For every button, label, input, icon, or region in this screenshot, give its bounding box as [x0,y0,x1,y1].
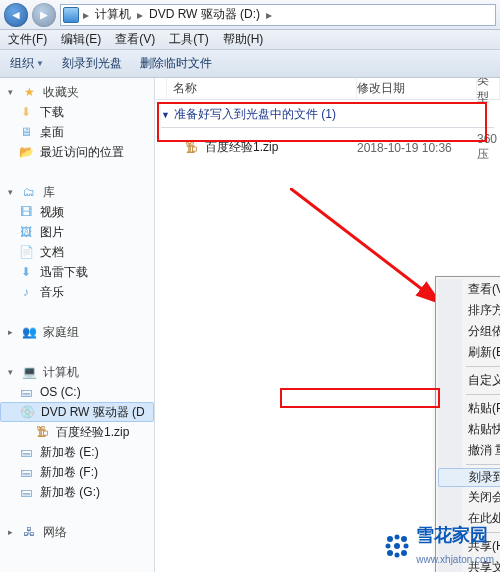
ctx-customize[interactable]: 自定义文件夹(F)... [438,370,500,391]
sidebar-item-label: 最近访问的位置 [40,144,124,161]
network-icon: 🖧 [21,524,37,540]
drive-icon: 🖴 [18,384,34,400]
svg-point-6 [395,534,400,539]
ctx-refresh[interactable]: 刷新(E) [438,342,500,363]
column-headers[interactable]: 名称 修改日期 类型 [155,78,500,100]
sidebar-favorites-header[interactable]: ▾ ★ 收藏夹 [0,82,154,102]
navigation-pane[interactable]: ▾ ★ 收藏夹 ⬇ 下载 🖥 桌面 📂 最近访问的位置 ▾ 🗂 库 [0,78,155,572]
document-icon: 📄 [18,244,34,260]
drive-icon [63,7,79,23]
sidebar-item-documents[interactable]: 📄 文档 [0,242,154,262]
picture-icon: 🖼 [18,224,34,240]
homegroup-icon: 👥 [21,324,37,340]
recent-icon: 📂 [18,144,34,160]
sidebar-item-label: DVD RW 驱动器 (D [41,404,145,421]
expand-icon[interactable]: ▸ [6,527,15,537]
disc-icon: 💿 [19,404,35,420]
menu-view[interactable]: 查看(V) [115,31,155,48]
burn-to-disc-button[interactable]: 刻录到光盘 [62,55,122,72]
sidebar-item-xunlei[interactable]: ⬇ 迅雷下载 [0,262,154,282]
ctx-close-session[interactable]: 关闭会话(E)... [438,487,500,508]
sidebar-item-label: 新加卷 (E:) [40,444,99,461]
watermark: 雪花家园 www.xhjaton.com [384,523,494,568]
collapse-icon[interactable]: ▼ [161,110,170,120]
sidebar-item-pictures[interactable]: 🖼 图片 [0,222,154,242]
ctx-view[interactable]: 查看(V)▶ [438,279,500,300]
sidebar-item-label: 下载 [40,104,64,121]
breadcrumb[interactable]: ▸ 计算机 ▸ DVD RW 驱动器 (D:) ▸ [60,4,496,26]
chevron-right-icon[interactable]: ▸ [264,8,274,22]
sidebar-item-music[interactable]: ♪ 音乐 [0,282,154,302]
sidebar-item-desktop[interactable]: 🖥 桌面 [0,122,154,142]
ctx-paste[interactable]: 粘贴(P) [438,398,500,419]
menu-edit[interactable]: 编辑(E) [61,31,101,48]
sidebar-computer-header[interactable]: ▾ 💻 计算机 [0,362,154,382]
video-icon: 🎞 [18,204,34,220]
desktop-icon: 🖥 [18,124,34,140]
menu-file[interactable]: 文件(F) [8,31,47,48]
sidebar-item-videos[interactable]: 🎞 视频 [0,202,154,222]
menu-tools[interactable]: 工具(T) [169,31,208,48]
menu-help[interactable]: 帮助(H) [223,31,264,48]
sidebar-item-drive-f[interactable]: 🖴 新加卷 (F:) [0,462,154,482]
delete-temp-button[interactable]: 删除临时文件 [140,55,212,72]
file-group-header[interactable]: ▼ 准备好写入到光盘中的文件 (1) [155,100,500,127]
collapse-icon[interactable]: ▾ [6,367,15,377]
download-icon: ⬇ [18,104,34,120]
snowflake-icon [384,533,410,559]
crumb-computer[interactable]: 计算机 [93,6,133,23]
sidebar-item-label: 音乐 [40,284,64,301]
nav-forward-button[interactable]: ► [32,3,56,27]
col-name[interactable]: 名称 [167,78,357,99]
sidebar-item-downloads[interactable]: ⬇ 下载 [0,102,154,122]
file-row[interactable]: 🗜 百度经验1.zip 2018-10-19 10:36 360压 [155,130,500,165]
sidebar-libraries-header[interactable]: ▾ 🗂 库 [0,182,154,202]
sidebar-network-header[interactable]: ▸ 🖧 网络 [0,522,154,542]
chevron-right-icon[interactable]: ▸ [135,8,145,22]
crumb-drive[interactable]: DVD RW 驱动器 (D:) [147,6,262,23]
annotation-arrow [290,188,445,308]
col-date[interactable]: 修改日期 [357,78,477,99]
ctx-undo-rename[interactable]: 撤消 重命名(U)Ctrl+Z [438,440,500,461]
star-icon: ★ [21,84,37,100]
menubar: 文件(F) 编辑(E) 查看(V) 工具(T) 帮助(H) [0,30,500,50]
sidebar-item-drive-c[interactable]: 🖴 OS (C:) [0,382,154,402]
svg-point-7 [395,552,400,557]
chevron-down-icon: ▼ [36,59,44,68]
organize-button[interactable]: 组织▼ [10,55,44,72]
sidebar-item-label: OS (C:) [40,385,81,399]
sidebar-item-recent[interactable]: 📂 最近访问的位置 [0,142,154,162]
svg-point-5 [394,543,400,549]
sidebar-item-zip-under-d[interactable]: 🗜 百度经验1.zip [0,422,154,442]
ctx-sort[interactable]: 排序方式(O)▶ [438,300,500,321]
sidebar-item-label: 桌面 [40,124,64,141]
file-list-pane[interactable]: 名称 修改日期 类型 ▼ 准备好写入到光盘中的文件 (1) 🗜 百度经验1.zi… [155,78,500,572]
watermark-name: 雪花家园 [416,525,488,545]
computer-icon: 💻 [21,364,37,380]
nav-back-button[interactable]: ◄ [4,3,28,27]
expand-icon[interactable]: ▸ [6,327,15,337]
collapse-icon[interactable]: ▾ [6,87,15,97]
zip-icon: 🗜 [183,140,199,156]
drive-icon: 🖴 [18,444,34,460]
collapse-icon[interactable]: ▾ [6,187,15,197]
file-name: 百度经验1.zip [205,139,278,156]
zip-icon: 🗜 [34,424,50,440]
sidebar-item-drive-e[interactable]: 🖴 新加卷 (E:) [0,442,154,462]
col-type[interactable]: 类型 [477,78,500,99]
svg-point-8 [386,543,391,548]
svg-point-3 [387,550,393,556]
chevron-right-icon[interactable]: ▸ [81,8,91,22]
sidebar-homegroup-header[interactable]: ▸ 👥 家庭组 [0,322,154,342]
sidebar-item-drive-g[interactable]: 🖴 新加卷 (G:) [0,482,154,502]
ctx-burn-to-disc[interactable]: 刻录到光盘(T) [438,468,500,487]
sidebar-item-drive-d[interactable]: 💿 DVD RW 驱动器 (D [0,402,154,422]
svg-point-9 [404,543,409,548]
file-type: 360压 [477,132,500,163]
svg-line-0 [290,188,440,303]
ctx-groupby[interactable]: 分组依据(P)▶ [438,321,500,342]
toolbar: 组织▼ 刻录到光盘 删除临时文件 [0,50,500,78]
ctx-paste-shortcut[interactable]: 粘贴快捷方式(S) [438,419,500,440]
sidebar-item-label: 新加卷 (G:) [40,484,100,501]
drive-icon: 🖴 [18,464,34,480]
